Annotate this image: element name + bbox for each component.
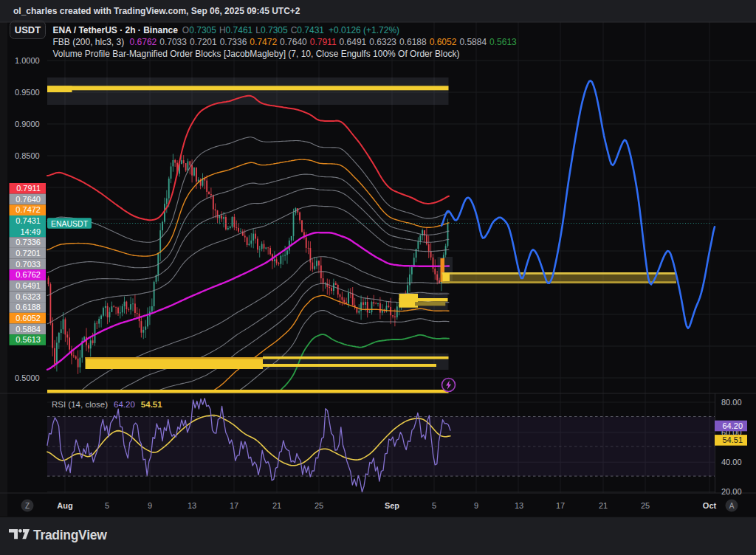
svg-text:20.00: 20.00 xyxy=(721,487,742,496)
svg-text:Oct: Oct xyxy=(703,501,717,510)
svg-text:Volume Profile Bar-Magnified O: Volume Profile Bar-Magnified Order Block… xyxy=(53,49,460,59)
svg-text:0.5613: 0.5613 xyxy=(16,335,41,344)
svg-text:1.0000: 1.0000 xyxy=(15,56,40,65)
svg-text:0.9500: 0.9500 xyxy=(15,88,40,97)
svg-text:0.6052: 0.6052 xyxy=(16,314,41,323)
svg-text:0.9000: 0.9000 xyxy=(15,120,40,128)
svg-text:0.6491: 0.6491 xyxy=(16,281,41,290)
svg-text:14:49: 14:49 xyxy=(20,227,41,236)
svg-text:21: 21 xyxy=(599,501,608,510)
svg-text:25: 25 xyxy=(641,501,650,510)
svg-text:0.6188: 0.6188 xyxy=(16,303,41,311)
svg-text:Aug: Aug xyxy=(57,501,72,510)
svg-text:54.51: 54.51 xyxy=(722,435,743,444)
svg-text:13: 13 xyxy=(515,501,523,510)
svg-text:0.7431: 0.7431 xyxy=(16,216,41,225)
svg-text:Sep: Sep xyxy=(385,501,399,510)
svg-text:0.5000: 0.5000 xyxy=(15,373,40,382)
svg-text:9: 9 xyxy=(474,501,478,510)
svg-text:0.7640: 0.7640 xyxy=(16,195,41,204)
svg-text:5: 5 xyxy=(105,501,109,510)
svg-text:TradingView: TradingView xyxy=(33,528,107,542)
svg-text:17: 17 xyxy=(230,501,238,510)
svg-text:0.7472: 0.7472 xyxy=(16,205,41,214)
svg-text:0.7911: 0.7911 xyxy=(16,184,41,193)
svg-text:0.6762: 0.6762 xyxy=(16,270,41,279)
svg-text:17: 17 xyxy=(556,501,565,510)
svg-text:USDT: USDT xyxy=(15,24,41,35)
svg-text:Z: Z xyxy=(25,502,30,510)
svg-text:0.5884: 0.5884 xyxy=(16,325,41,334)
svg-text:13: 13 xyxy=(188,501,196,510)
svg-text:RSI (14, close)64.2054.51: RSI (14, close)64.2054.51 xyxy=(52,400,162,409)
svg-text:A: A xyxy=(729,502,735,510)
svg-text:40.00: 40.00 xyxy=(721,458,742,466)
svg-text:64.20: 64.20 xyxy=(722,421,743,430)
svg-text:0.7033: 0.7033 xyxy=(16,260,41,269)
svg-text:0.7201: 0.7201 xyxy=(16,249,41,258)
svg-text:ENA / TetherUS · 2h · BinanceO: ENA / TetherUS · 2h · BinanceO0.7305H0.7… xyxy=(53,25,400,35)
svg-text:0.6323: 0.6323 xyxy=(16,292,41,301)
svg-text:9: 9 xyxy=(148,501,152,510)
svg-text:21: 21 xyxy=(272,501,281,510)
svg-text:ol_charles created with Tradin: ol_charles created with TradingView.com,… xyxy=(13,6,300,16)
svg-text:25: 25 xyxy=(315,501,323,510)
svg-text:ENAUSDT: ENAUSDT xyxy=(51,219,89,228)
svg-text:0.7336: 0.7336 xyxy=(16,238,41,247)
svg-text:FBB (200, hlc3, 3) 0.67620.703: FBB (200, hlc3, 3) 0.67620.70330.72010.7… xyxy=(53,37,518,47)
svg-text:0.8500: 0.8500 xyxy=(15,151,40,160)
svg-text:5: 5 xyxy=(432,501,436,510)
svg-text:80.00: 80.00 xyxy=(721,398,742,407)
